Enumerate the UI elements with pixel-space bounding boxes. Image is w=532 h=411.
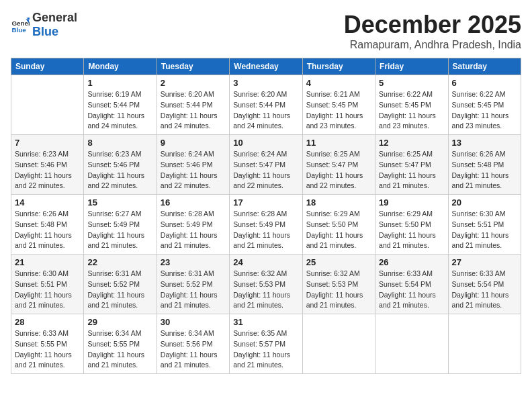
day-number: 13	[452, 138, 517, 148]
day-detail: Sunrise: 6:35 AMSunset: 5:57 PMDaylight:…	[233, 328, 298, 371]
day-detail: Sunrise: 6:28 AMSunset: 5:49 PMDaylight:…	[233, 209, 298, 251]
week-row-4: 21Sunrise: 6:30 AMSunset: 5:51 PMDayligh…	[11, 255, 521, 314]
day-number: 3	[233, 78, 298, 88]
day-detail: Sunrise: 6:33 AMSunset: 5:54 PMDaylight:…	[452, 269, 517, 311]
day-number: 8	[87, 138, 152, 148]
day-number: 23	[161, 257, 226, 267]
calendar-cell: 25Sunrise: 6:32 AMSunset: 5:53 PMDayligh…	[302, 255, 375, 314]
day-header-tuesday: Tuesday	[157, 58, 229, 75]
calendar-cell: 24Sunrise: 6:32 AMSunset: 5:53 PMDayligh…	[230, 255, 302, 314]
day-number: 9	[161, 138, 226, 148]
day-number: 26	[379, 257, 444, 267]
calendar-cell: 5Sunrise: 6:22 AMSunset: 5:45 PMDaylight…	[375, 75, 448, 135]
day-number: 18	[306, 197, 371, 208]
day-number: 14	[15, 197, 80, 208]
week-row-2: 7Sunrise: 6:23 AMSunset: 5:46 PMDaylight…	[11, 135, 521, 195]
calendar-cell	[302, 314, 375, 374]
calendar-cell: 11Sunrise: 6:25 AMSunset: 5:47 PMDayligh…	[302, 135, 375, 195]
day-detail: Sunrise: 6:19 AMSunset: 5:44 PMDaylight:…	[87, 89, 152, 132]
day-number: 2	[161, 78, 226, 88]
calendar-cell: 20Sunrise: 6:30 AMSunset: 5:51 PMDayligh…	[448, 195, 521, 255]
day-number: 12	[379, 138, 444, 148]
calendar-cell: 12Sunrise: 6:25 AMSunset: 5:47 PMDayligh…	[375, 135, 448, 195]
day-number: 7	[15, 138, 80, 148]
day-detail: Sunrise: 6:20 AMSunset: 5:44 PMDaylight:…	[233, 89, 298, 132]
calendar-cell: 31Sunrise: 6:35 AMSunset: 5:57 PMDayligh…	[230, 314, 302, 374]
logo-icon: General Blue	[11, 15, 30, 34]
day-header-thursday: Thursday	[302, 58, 375, 75]
day-number: 4	[306, 78, 371, 88]
day-detail: Sunrise: 6:31 AMSunset: 5:52 PMDaylight:…	[87, 269, 152, 311]
week-row-1: 1Sunrise: 6:19 AMSunset: 5:44 PMDaylight…	[11, 75, 521, 135]
day-detail: Sunrise: 6:34 AMSunset: 5:56 PMDaylight:…	[161, 328, 226, 371]
day-detail: Sunrise: 6:29 AMSunset: 5:50 PMDaylight:…	[379, 209, 444, 251]
day-number: 16	[161, 197, 226, 208]
calendar-cell	[448, 314, 521, 374]
day-detail: Sunrise: 6:34 AMSunset: 5:55 PMDaylight:…	[87, 328, 152, 371]
calendar-cell	[375, 314, 448, 374]
day-detail: Sunrise: 6:27 AMSunset: 5:49 PMDaylight:…	[87, 209, 152, 251]
calendar-cell: 23Sunrise: 6:31 AMSunset: 5:52 PMDayligh…	[157, 255, 229, 314]
calendar-cell: 28Sunrise: 6:33 AMSunset: 5:55 PMDayligh…	[11, 314, 84, 374]
calendar-cell: 8Sunrise: 6:23 AMSunset: 5:46 PMDaylight…	[84, 135, 157, 195]
calendar-cell: 6Sunrise: 6:22 AMSunset: 5:45 PMDaylight…	[448, 75, 521, 135]
calendar-body: 1Sunrise: 6:19 AMSunset: 5:44 PMDaylight…	[11, 75, 521, 374]
month-title: December 2025	[344, 11, 521, 39]
day-number: 30	[161, 317, 226, 327]
calendar-cell: 7Sunrise: 6:23 AMSunset: 5:46 PMDaylight…	[11, 135, 84, 195]
calendar-cell: 14Sunrise: 6:26 AMSunset: 5:48 PMDayligh…	[11, 195, 84, 255]
day-number: 27	[452, 257, 517, 267]
calendar-table: SundayMondayTuesdayWednesdayThursdayFrid…	[11, 58, 521, 374]
day-detail: Sunrise: 6:21 AMSunset: 5:45 PMDaylight:…	[306, 89, 371, 132]
calendar-cell: 10Sunrise: 6:24 AMSunset: 5:47 PMDayligh…	[230, 135, 302, 195]
calendar-cell: 21Sunrise: 6:30 AMSunset: 5:51 PMDayligh…	[11, 255, 84, 314]
day-detail: Sunrise: 6:32 AMSunset: 5:53 PMDaylight:…	[306, 269, 371, 311]
day-number: 31	[233, 317, 298, 327]
title-area: December 2025 Ramapuram, Andhra Pradesh,…	[344, 11, 521, 51]
day-detail: Sunrise: 6:24 AMSunset: 5:46 PMDaylight:…	[161, 149, 226, 191]
calendar-cell: 3Sunrise: 6:20 AMSunset: 5:44 PMDaylight…	[230, 75, 302, 135]
day-detail: Sunrise: 6:29 AMSunset: 5:50 PMDaylight:…	[306, 209, 371, 251]
day-number: 17	[233, 197, 298, 208]
day-number: 29	[87, 317, 152, 327]
day-detail: Sunrise: 6:33 AMSunset: 5:55 PMDaylight:…	[15, 328, 80, 371]
day-detail: Sunrise: 6:22 AMSunset: 5:45 PMDaylight:…	[452, 89, 517, 132]
calendar-cell: 4Sunrise: 6:21 AMSunset: 5:45 PMDaylight…	[302, 75, 375, 135]
day-detail: Sunrise: 6:25 AMSunset: 5:47 PMDaylight:…	[306, 149, 371, 191]
day-header-friday: Friday	[375, 58, 448, 75]
calendar-cell: 26Sunrise: 6:33 AMSunset: 5:54 PMDayligh…	[375, 255, 448, 314]
calendar-cell: 16Sunrise: 6:28 AMSunset: 5:49 PMDayligh…	[157, 195, 229, 255]
day-detail: Sunrise: 6:31 AMSunset: 5:52 PMDaylight:…	[161, 269, 226, 311]
day-detail: Sunrise: 6:32 AMSunset: 5:53 PMDaylight:…	[233, 269, 298, 311]
day-header-wednesday: Wednesday	[230, 58, 302, 75]
calendar-cell: 9Sunrise: 6:24 AMSunset: 5:46 PMDaylight…	[157, 135, 229, 195]
day-detail: Sunrise: 6:23 AMSunset: 5:46 PMDaylight:…	[87, 149, 152, 191]
calendar-cell: 1Sunrise: 6:19 AMSunset: 5:44 PMDaylight…	[84, 75, 157, 135]
calendar-cell	[11, 75, 84, 135]
day-number: 5	[379, 78, 444, 88]
header: General Blue General Blue December 2025 …	[11, 11, 521, 51]
location-title: Ramapuram, Andhra Pradesh, India	[344, 39, 521, 51]
calendar-cell: 2Sunrise: 6:20 AMSunset: 5:44 PMDaylight…	[157, 75, 229, 135]
day-number: 11	[306, 138, 371, 148]
day-detail: Sunrise: 6:23 AMSunset: 5:46 PMDaylight:…	[15, 149, 80, 191]
calendar-cell: 19Sunrise: 6:29 AMSunset: 5:50 PMDayligh…	[375, 195, 448, 255]
calendar-cell: 22Sunrise: 6:31 AMSunset: 5:52 PMDayligh…	[84, 255, 157, 314]
day-detail: Sunrise: 6:25 AMSunset: 5:47 PMDaylight:…	[379, 149, 444, 191]
day-number: 15	[87, 197, 152, 208]
week-row-3: 14Sunrise: 6:26 AMSunset: 5:48 PMDayligh…	[11, 195, 521, 255]
day-header-saturday: Saturday	[448, 58, 521, 75]
day-number: 22	[87, 257, 152, 267]
day-header-sunday: Sunday	[11, 58, 84, 75]
calendar-cell: 15Sunrise: 6:27 AMSunset: 5:49 PMDayligh…	[84, 195, 157, 255]
logo-general-text: General	[32, 11, 77, 24]
day-detail: Sunrise: 6:26 AMSunset: 5:48 PMDaylight:…	[452, 149, 517, 191]
calendar-cell: 29Sunrise: 6:34 AMSunset: 5:55 PMDayligh…	[84, 314, 157, 374]
week-row-5: 28Sunrise: 6:33 AMSunset: 5:55 PMDayligh…	[11, 314, 521, 374]
day-number: 10	[233, 138, 298, 148]
calendar-cell: 18Sunrise: 6:29 AMSunset: 5:50 PMDayligh…	[302, 195, 375, 255]
svg-text:Blue: Blue	[11, 26, 26, 34]
day-number: 28	[15, 317, 80, 327]
calendar-cell: 17Sunrise: 6:28 AMSunset: 5:49 PMDayligh…	[230, 195, 302, 255]
day-number: 24	[233, 257, 298, 267]
